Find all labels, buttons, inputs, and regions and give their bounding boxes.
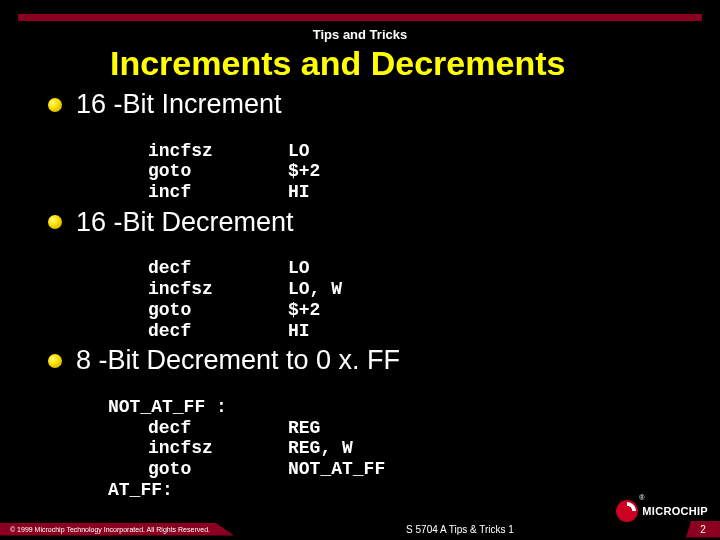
footer: © 1999 Microchip Technology Incorporated… (0, 518, 720, 540)
logo-text: MICROCHIP (642, 505, 708, 517)
code-block-1: incfszLO goto$+2 incfHI (108, 120, 720, 203)
bullet-icon (48, 98, 62, 112)
section-label: Tips and Tricks (0, 27, 720, 42)
footer-copyright: © 1999 Microchip Technology Incorporated… (0, 523, 234, 536)
bullet-item: 8 -Bit Decrement to 0 x. FF (48, 345, 720, 376)
heading-3: 8 -Bit Decrement to 0 x. FF (76, 345, 400, 376)
bullet-icon (48, 354, 62, 368)
footer-center: S 5704 A Tips & Tricks 1 (234, 524, 686, 535)
top-rule (18, 14, 702, 21)
code-block-3: NOT_AT_FF : decfREG incfszREG, W gotoNOT… (108, 376, 720, 500)
content-area: 16 -Bit Increment incfszLO goto$+2 incfH… (0, 89, 720, 500)
bullet-item: 16 -Bit Decrement (48, 207, 720, 238)
bullet-icon (48, 215, 62, 229)
footer-page-number: 2 (686, 521, 720, 538)
heading-2: 16 -Bit Decrement (76, 207, 294, 238)
registered-icon: ® (639, 494, 644, 501)
slide-title: Increments and Decrements (0, 44, 720, 83)
heading-1: 16 -Bit Increment (76, 89, 282, 120)
bullet-item: 16 -Bit Increment (48, 89, 720, 120)
code-block-2: decfLO incfszLO, W goto$+2 decfHI (108, 238, 720, 341)
